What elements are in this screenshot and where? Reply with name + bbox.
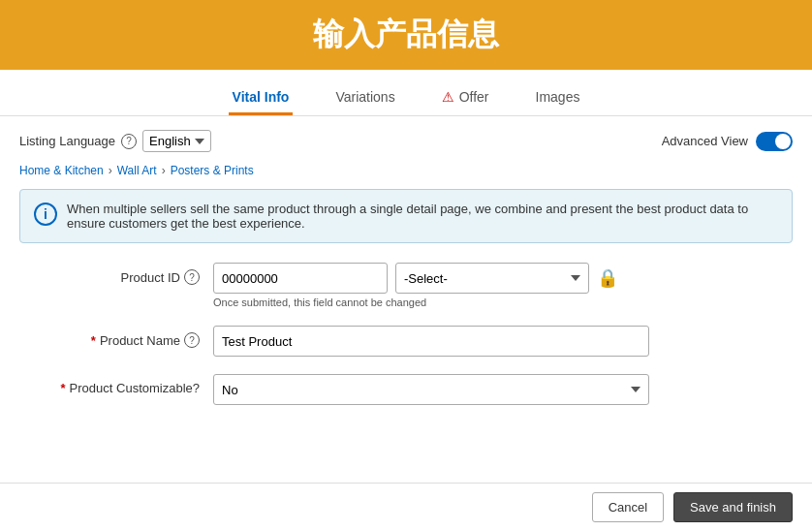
language-select[interactable]: English — [142, 130, 211, 152]
product-id-input-row: -Select- ASIN EAN GCID ISBN UPC 🔒 — [213, 263, 793, 294]
page-header: 输入产品信息 — [0, 0, 812, 70]
language-bar: Listing Language ? English Advanced View — [19, 130, 793, 152]
language-bar-right: Advanced View — [662, 132, 793, 151]
breadcrumb-home-kitchen[interactable]: Home & Kitchen — [19, 164, 104, 177]
tab-vital-info[interactable]: Vital Info — [229, 81, 294, 115]
save-button[interactable]: Save and finish — [673, 492, 793, 522]
form: Product ID ? -Select- ASIN EAN GCID ISBN… — [19, 263, 793, 405]
product-name-help-icon[interactable]: ? — [184, 332, 200, 348]
product-id-row: Product ID ? -Select- ASIN EAN GCID ISBN… — [19, 263, 793, 308]
product-name-input[interactable] — [213, 326, 649, 357]
offer-error-icon: ⚠ — [442, 89, 454, 105]
info-icon: i — [34, 203, 57, 226]
tab-offer[interactable]: ⚠ Offer — [438, 81, 493, 115]
language-bar-left: Listing Language ? English — [19, 130, 211, 152]
product-customizable-required: * — [61, 381, 66, 395]
header-title: 输入产品信息 — [313, 14, 499, 56]
product-customizable-row: * Product Customizable? No Yes — [19, 374, 793, 405]
info-box: i When multiple sellers sell the same pr… — [19, 189, 793, 243]
tab-images[interactable]: Images — [532, 81, 584, 115]
product-name-label: * Product Name ? — [19, 326, 213, 348]
footer: Cancel Save and finish — [0, 483, 812, 531]
tab-bar: Vital Info Variations ⚠ Offer Images — [0, 70, 812, 116]
breadcrumb-wall-art[interactable]: Wall Art — [117, 164, 157, 177]
cancel-button[interactable]: Cancel — [592, 492, 664, 522]
product-id-label: Product ID ? — [19, 263, 213, 285]
product-type-select[interactable]: -Select- ASIN EAN GCID ISBN UPC — [395, 263, 589, 294]
product-id-hint: Once submitted, this field cannot be cha… — [213, 297, 793, 308]
product-id-input[interactable] — [213, 263, 388, 294]
product-customizable-select[interactable]: No Yes — [213, 374, 649, 405]
product-id-help-icon[interactable]: ? — [184, 269, 200, 285]
tab-variations[interactable]: Variations — [331, 81, 398, 115]
product-name-required: * — [91, 333, 96, 348]
advanced-view-toggle[interactable] — [756, 132, 793, 151]
lock-icon[interactable]: 🔒 — [597, 267, 618, 289]
breadcrumb-posters-prints: Posters & Prints — [171, 164, 254, 177]
info-text: When multiple sellers sell the same prod… — [67, 202, 778, 231]
listing-language-label: Listing Language — [19, 134, 115, 148]
product-name-controls — [213, 326, 793, 357]
main-content: Vital Info Variations ⚠ Offer Images Lis… — [0, 70, 812, 531]
product-customizable-label: * Product Customizable? — [19, 374, 213, 395]
product-name-row: * Product Name ? — [19, 326, 793, 357]
listing-language-help-icon[interactable]: ? — [121, 134, 137, 149]
product-id-controls: -Select- ASIN EAN GCID ISBN UPC 🔒 Once s… — [213, 263, 793, 308]
content-area: Listing Language ? English Advanced View… — [0, 116, 812, 483]
product-customizable-controls: No Yes — [213, 374, 793, 405]
breadcrumb: Home & Kitchen › Wall Art › Posters & Pr… — [19, 164, 793, 177]
advanced-view-label: Advanced View — [662, 134, 748, 148]
